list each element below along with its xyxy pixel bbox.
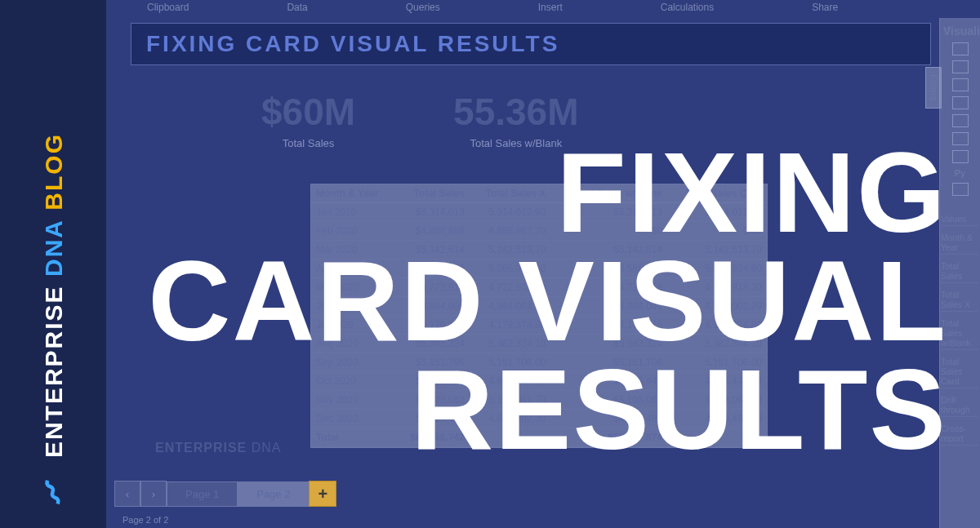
collapse-pane-icon[interactable]: ‹: [947, 21, 951, 34]
python-visual-icon[interactable]: Py: [955, 168, 965, 178]
enterprise-dna-watermark: ENTERPRISE DNA: [155, 441, 281, 455]
ribbon-group-data: Data: [287, 2, 307, 13]
pie-chart-icon[interactable]: [952, 114, 969, 127]
table-row[interactable]: Sep 2020$5,151,7065,151,706.00$5,151,706…: [311, 353, 767, 372]
filters-pane-tab[interactable]: Filters: [925, 67, 942, 109]
dna-helix-icon: ⌇: [38, 473, 69, 513]
field-values-header: Values: [941, 212, 978, 226]
table-total-row: Total $60,246,742 $55,357,874: [311, 428, 767, 447]
kpi-value: 55.36M: [453, 90, 578, 134]
ribbon-group-clipboard: Clipboard: [147, 2, 189, 13]
map-icon[interactable]: [952, 132, 969, 145]
brand-word-dna: DNA: [40, 219, 67, 277]
table-row[interactable]: Jul 2020$4,179,3754,179,374.80$4,179,375…: [311, 316, 767, 335]
field-item[interactable]: Month & Year: [941, 231, 978, 255]
ribbon-groups: Clipboard Data Queries Insert Calculatio…: [114, 2, 964, 13]
table-row[interactable]: Jun 2020$4,984,0014,984,001.20$4,984,001…: [311, 297, 767, 316]
kpi-total-sales-blank[interactable]: 55.36M Total Sales w/Blank: [453, 90, 578, 149]
data-table[interactable]: Month & Year Total Sales Total Sales X T…: [310, 184, 768, 448]
table-header-row: Month & Year Total Sales Total Sales X T…: [311, 184, 767, 203]
table-row[interactable]: Dec 2020$4,884,4824,884,482.30$4,884,482…: [311, 410, 767, 428]
page-tab-2[interactable]: Page 2: [238, 481, 309, 507]
kpi-total-sales[interactable]: $60M Total Sales: [261, 90, 355, 149]
brand-word-enterprise: ENTERPRISE: [40, 285, 67, 458]
table-icon[interactable]: [952, 150, 969, 163]
field-item[interactable]: Total Sales X: [941, 288, 978, 312]
col-total-sales[interactable]: Total Sales: [395, 184, 470, 203]
col-total-sales-card[interactable]: Total Sales Card: [667, 184, 767, 203]
table-row[interactable]: May 2020$4,722,9184,722,918.30$4,722,918…: [311, 278, 767, 297]
line-chart-icon[interactable]: [952, 60, 969, 73]
ribbon-group-calculations: Calculations: [661, 2, 714, 13]
brand-sidebar: ENTERPRISE DNA BLOG ⌇: [0, 0, 106, 528]
ribbon-group-queries: Queries: [406, 2, 440, 13]
ribbon-chart-icon[interactable]: [952, 96, 969, 109]
table-row[interactable]: Mar 2020$5,142,6145,142,613.70$5,142,614…: [311, 241, 767, 260]
brand-text: ENTERPRISE DNA BLOG: [40, 133, 67, 458]
viz-icon-grid: Py: [943, 42, 977, 196]
kpi-label: Total Sales: [261, 137, 355, 149]
add-page-button[interactable]: +: [309, 481, 336, 507]
field-item[interactable]: Total Sales: [941, 260, 978, 283]
page-status: Page 2 of 2: [122, 515, 168, 525]
field-item[interactable]: Total Sales w/Blank: [941, 317, 978, 350]
kpi-value: $60M: [261, 90, 355, 134]
report-title: FIXING CARD VISUAL RESULTS: [146, 31, 559, 57]
table-row[interactable]: Feb 2020$4,888,8684,888,867.70$00.00: [311, 222, 767, 241]
area-chart-icon[interactable]: [952, 78, 969, 91]
table-row[interactable]: Nov 2020$5,103,0625,103,061.70$5,103,062…: [311, 391, 767, 410]
page-prev-button[interactable]: ‹: [114, 481, 140, 507]
col-month[interactable]: Month & Year: [311, 184, 395, 203]
page-tabs: ‹ › Page 1 Page 2 +: [114, 479, 336, 508]
field-drill-header: Drill through: [941, 393, 978, 417]
brand-word-blog: BLOG: [40, 133, 67, 211]
stacked-bar-icon[interactable]: [952, 42, 969, 55]
table-row[interactable]: Jan 2020$5,314,0135,314,012.90$5,314,013…: [311, 203, 767, 222]
ribbon-group-share: Share: [812, 2, 838, 13]
ribbon-group-insert: Insert: [538, 2, 563, 13]
report-title-bar: FIXING CARD VISUAL RESULTS: [131, 23, 931, 65]
table-row[interactable]: Oct 2020$4,606,4444,606,444.20$4,606,444…: [311, 372, 767, 391]
page-next-button[interactable]: ›: [140, 481, 167, 507]
col-total-sales-x[interactable]: Total Sales X: [470, 184, 550, 203]
col-total-sales-blank[interactable]: Total Sales w/Blank: [550, 184, 667, 203]
field-cross-report[interactable]: Cross-report: [941, 422, 978, 446]
table-row[interactable]: Apr 2020$5,586,9355,586,934.60$5,586,935…: [311, 260, 767, 278]
field-item[interactable]: Total Sales Card: [941, 355, 978, 388]
fields-well: Values Month & Year Total Sales Total Sa…: [941, 212, 978, 446]
kpi-row: $60M Total Sales 55.36M Total Sales w/Bl…: [261, 90, 579, 149]
table-row[interactable]: Aug 2020$5,382,3245,382,324.10$5,382,324…: [311, 335, 767, 353]
kpi-label: Total Sales w/Blank: [453, 137, 578, 149]
more-visuals-icon[interactable]: [952, 183, 969, 196]
page-tab-1[interactable]: Page 1: [167, 481, 238, 507]
